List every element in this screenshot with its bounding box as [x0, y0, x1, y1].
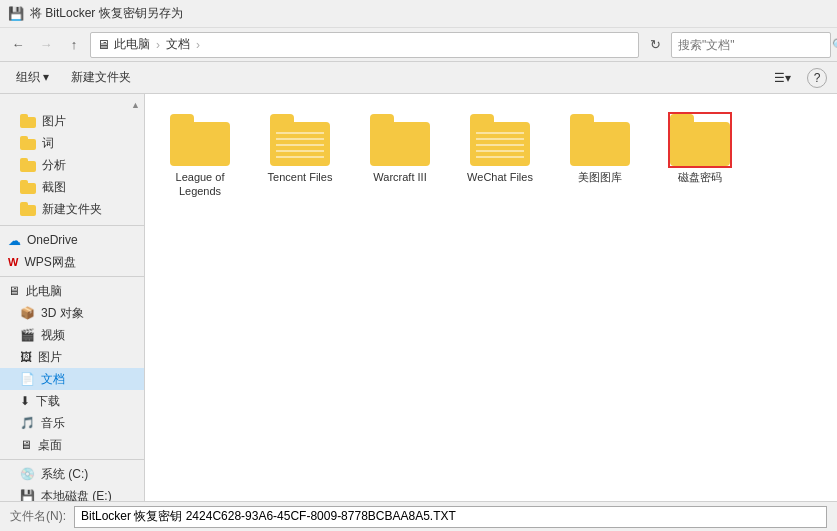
- folder-item-folder6[interactable]: 磁盘密码: [655, 110, 745, 203]
- address-part1: 此电脑: [114, 36, 150, 53]
- new-folder-button[interactable]: 新建文件夹: [65, 66, 137, 90]
- action-toolbar: 组织 ▾ 新建文件夹 ☰▾ ?: [0, 62, 837, 94]
- sidebar-item-wps[interactable]: W WPS网盘: [0, 251, 144, 273]
- search-icon: 🔍: [832, 38, 837, 52]
- sidebar-item-video[interactable]: 🎬 视频: [0, 324, 144, 346]
- search-bar[interactable]: 🔍: [671, 32, 831, 58]
- refresh-button[interactable]: ↻: [643, 33, 667, 57]
- folder-name-folder3: Warcraft III: [373, 170, 426, 184]
- up-button[interactable]: ↑: [62, 33, 86, 57]
- video-icon: 🎬: [20, 328, 35, 342]
- folder-name-folder1: League of Legends: [176, 170, 225, 199]
- sidebar-item-ci[interactable]: 词: [0, 132, 144, 154]
- wps-icon: W: [8, 256, 18, 268]
- sidebar-item-docs[interactable]: 📄 文档: [0, 368, 144, 390]
- title-bar-icon: 💾: [8, 6, 24, 21]
- docs-icon: 📄: [20, 372, 35, 386]
- music-icon: 🎵: [20, 416, 35, 430]
- folder-icon: [20, 180, 36, 194]
- sidebar-item-newfolder[interactable]: 新建文件夹: [0, 198, 144, 220]
- status-bar: 文件名(N):: [0, 501, 837, 531]
- sidebar-item-screenshot[interactable]: 截图: [0, 176, 144, 198]
- folder-name-folder5: 美图图库: [578, 170, 622, 184]
- help-button[interactable]: ?: [807, 68, 827, 88]
- sidebar-divider-2: [0, 276, 144, 277]
- sidebar-item-drive-c[interactable]: 💿 系统 (C:): [0, 463, 144, 485]
- folder-name-folder2: Tencent Files: [268, 170, 333, 184]
- sidebar-item-desktop[interactable]: 🖥 桌面: [0, 434, 144, 456]
- sidebar-item-music[interactable]: 🎵 音乐: [0, 412, 144, 434]
- downloads-icon: ⬇: [20, 394, 30, 408]
- filename-label: 文件名(N):: [10, 508, 66, 525]
- onedrive-icon: ☁: [8, 233, 21, 248]
- sidebar-item-3d[interactable]: 📦 3D 对象: [0, 302, 144, 324]
- quick-access-section: ▲ 图片 词 分析 截图 新建文件夹: [0, 98, 144, 222]
- folder-item-folder2[interactable]: Tencent Files: [255, 110, 345, 203]
- sidebar: ▲ 图片 词 分析 截图 新建文件夹 ☁: [0, 94, 145, 501]
- title-bar-text: 将 BitLocker 恢复密钥另存为: [30, 5, 183, 22]
- folder-name-folder4: WeChat Files: [467, 170, 533, 184]
- filename-input[interactable]: [74, 506, 827, 528]
- drive-c-icon: 💿: [20, 467, 35, 481]
- title-bar: 💾 将 BitLocker 恢复密钥另存为: [0, 0, 837, 28]
- sidebar-item-pictures[interactable]: 图片: [0, 110, 144, 132]
- search-input[interactable]: [678, 38, 828, 52]
- folder-icon: [20, 136, 36, 150]
- sidebar-divider-3: [0, 459, 144, 460]
- folder-icon: [20, 114, 36, 128]
- main-area: ▲ 图片 词 分析 截图 新建文件夹 ☁: [0, 94, 837, 501]
- back-button[interactable]: ←: [6, 33, 30, 57]
- sidebar-item-onedrive[interactable]: ☁ OneDrive: [0, 229, 144, 251]
- pc-icon: 🖥: [8, 284, 20, 298]
- address-part2: 文档: [166, 36, 190, 53]
- folder-name-folder6: 磁盘密码: [678, 170, 722, 184]
- 3d-icon: 📦: [20, 306, 35, 320]
- sidebar-item-thispc[interactable]: 🖥 此电脑: [0, 280, 144, 302]
- folder-icon: [20, 158, 36, 172]
- sidebar-divider-1: [0, 225, 144, 226]
- address-pc-icon: 🖥: [97, 37, 110, 52]
- folder-item-folder1[interactable]: League of Legends: [155, 110, 245, 203]
- forward-button[interactable]: →: [34, 33, 58, 57]
- desktop-icon: 🖥: [20, 438, 32, 452]
- file-content-area[interactable]: League of LegendsTencent FilesWarcraft I…: [145, 94, 837, 501]
- folder-item-folder5[interactable]: 美图图库: [555, 110, 645, 203]
- images-icon: 🖼: [20, 350, 32, 364]
- drive-e-icon: 💾: [20, 489, 35, 501]
- sidebar-item-analysis[interactable]: 分析: [0, 154, 144, 176]
- view-button[interactable]: ☰▾: [768, 66, 797, 90]
- folder-icon: [20, 202, 36, 216]
- sidebar-item-downloads[interactable]: ⬇ 下载: [0, 390, 144, 412]
- sidebar-item-drive-e[interactable]: 💾 本地磁盘 (E:): [0, 485, 144, 501]
- folder-item-folder3[interactable]: Warcraft III: [355, 110, 445, 203]
- scroll-indicator: ▲: [0, 100, 144, 110]
- navigation-toolbar: ← → ↑ 🖥 此电脑 › 文档 › ↻ 🔍: [0, 28, 837, 62]
- address-bar[interactable]: 🖥 此电脑 › 文档 ›: [90, 32, 639, 58]
- sidebar-item-images[interactable]: 🖼 图片: [0, 346, 144, 368]
- organize-button[interactable]: 组织 ▾: [10, 66, 55, 90]
- folder-item-folder4[interactable]: WeChat Files: [455, 110, 545, 203]
